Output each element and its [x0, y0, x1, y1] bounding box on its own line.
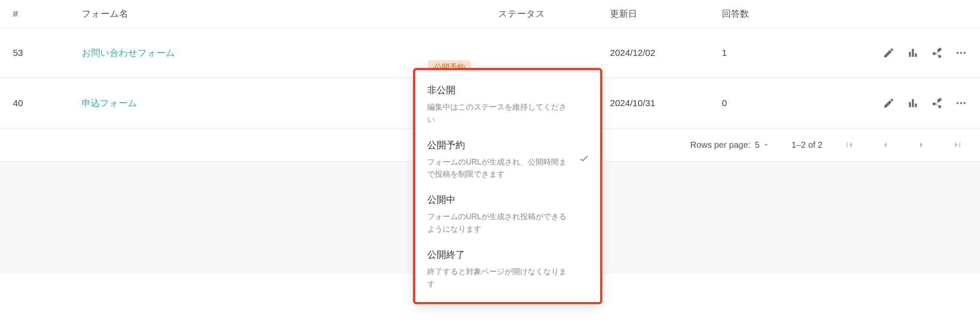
chevron-down-icon [762, 141, 770, 149]
status-dropdown: 非公開 編集中はこのステースを維持してください 公開予約 フォームのURLが生成… [413, 68, 602, 304]
svg-point-0 [957, 52, 959, 54]
status-option-desc: フォームのURLが生成され、公開時間まで投稿を制限できます [427, 156, 573, 181]
svg-point-5 [964, 102, 966, 104]
cell-count: 0 [722, 98, 834, 108]
cell-id: 53 [13, 48, 82, 58]
svg-point-4 [960, 102, 962, 104]
svg-point-1 [960, 52, 962, 54]
cell-date: 2024/10/31 [610, 98, 722, 108]
check-icon [579, 153, 590, 165]
bar-chart-icon[interactable] [907, 47, 919, 59]
header-count: 回答数 [722, 8, 834, 20]
share-icon[interactable] [931, 97, 943, 109]
form-name-link[interactable]: お問い合わせフォーム [82, 48, 175, 58]
first-page-button[interactable] [844, 140, 854, 150]
status-option-closed[interactable]: 公開終了 終了すると対象ページが開けなくなります [415, 244, 600, 295]
status-option-desc: フォームのURLが生成され投稿ができるようになります [427, 211, 573, 235]
status-option-desc: 終了すると対象ページが開けなくなります [427, 266, 573, 290]
share-icon[interactable] [931, 47, 943, 59]
prev-page-button[interactable] [880, 140, 891, 150]
status-option-title: 公開予約 [427, 139, 588, 152]
bar-chart-icon[interactable] [907, 97, 919, 109]
rows-per-page: Rows per page: 5 [690, 140, 770, 150]
svg-point-3 [957, 102, 959, 104]
cell-id: 40 [13, 98, 82, 108]
pagination-range: 1–2 of 2 [792, 140, 823, 150]
cell-actions [834, 97, 967, 109]
cell-count: 1 [722, 48, 834, 58]
table-header-row: # フォーム名 ステータス 更新日 回答数 [0, 0, 980, 28]
rows-per-page-label: Rows per page: [690, 140, 751, 150]
edit-icon[interactable] [883, 47, 895, 59]
pagination-nav [844, 140, 963, 150]
header-status: ステータス [498, 8, 610, 20]
header-name: フォーム名 [82, 8, 498, 20]
status-option-title: 公開終了 [427, 248, 588, 261]
header-date: 更新日 [610, 8, 722, 20]
status-option-desc: 編集中はこのステースを維持してください [427, 101, 573, 126]
rows-per-page-select[interactable]: 5 [755, 140, 770, 150]
rows-per-page-value: 5 [755, 140, 760, 150]
status-option-title: 非公開 [427, 84, 588, 97]
cell-date: 2024/12/02 [610, 48, 722, 58]
status-option-private[interactable]: 非公開 編集中はこのステースを維持してください [415, 79, 600, 134]
header-id: # [13, 9, 82, 19]
more-icon[interactable] [955, 47, 967, 59]
more-icon[interactable] [955, 97, 967, 109]
last-page-button[interactable] [952, 140, 963, 150]
status-option-published[interactable]: 公開中 フォームのURLが生成され投稿ができるようになります [415, 189, 600, 244]
next-page-button[interactable] [916, 140, 927, 150]
edit-icon[interactable] [883, 97, 895, 109]
form-name-link[interactable]: 申込フォーム [82, 98, 137, 108]
status-option-title: 公開中 [427, 193, 588, 206]
cell-actions [834, 47, 967, 59]
status-option-scheduled[interactable]: 公開予約 フォームのURLが生成され、公開時間まで投稿を制限できます [415, 134, 600, 190]
svg-point-2 [964, 52, 966, 54]
cell-name: お問い合わせフォーム [82, 47, 498, 59]
